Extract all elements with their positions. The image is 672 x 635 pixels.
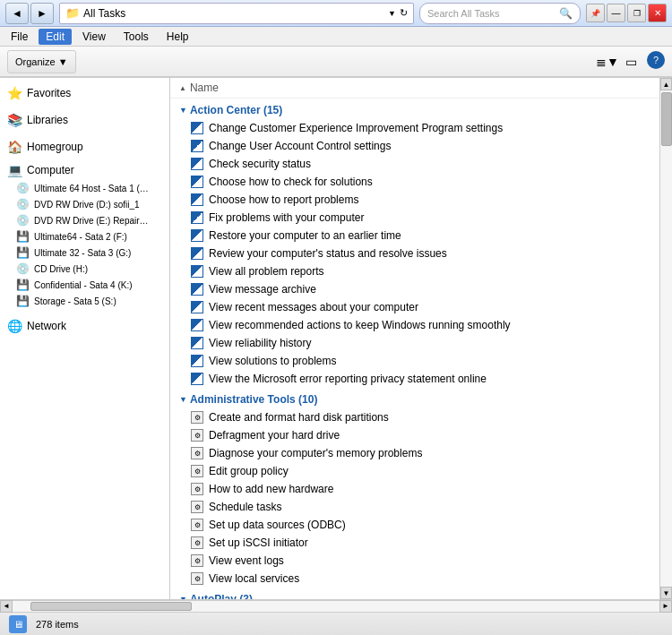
flag-icon <box>190 300 204 314</box>
scroll-up-button[interactable]: ▲ <box>660 78 672 90</box>
flag-icon <box>190 372 204 386</box>
drive-h-label: CD Drive (H:) <box>34 264 88 274</box>
menu-help[interactable]: Help <box>159 29 196 45</box>
flag-icon <box>190 139 204 153</box>
list-item[interactable]: ⚙ Set up iSCSI initiator <box>170 534 659 552</box>
sidebar-drive-e[interactable]: 💿 DVD RW Drive (E:) Repair disc W <box>0 212 169 228</box>
list-item[interactable]: Change User Account Control settings <box>170 137 659 155</box>
drive-f-icon: 💾 <box>16 230 30 243</box>
list-item[interactable]: View recent messages about your computer <box>170 298 659 316</box>
group-admin-tools[interactable]: Administrative Tools (10) <box>170 388 659 408</box>
sidebar-drive-s[interactable]: 💾 Storage - Sata 5 (S:) <box>0 293 169 309</box>
list-item[interactable]: Change Customer Experience Improvement P… <box>170 119 659 137</box>
forward-button[interactable]: ► <box>30 3 54 24</box>
minimize-button[interactable]: — <box>607 4 625 22</box>
address-text: All Tasks <box>83 7 125 20</box>
list-item[interactable]: Choose how to check for solutions <box>170 173 659 191</box>
close-button[interactable]: ✕ <box>648 4 667 22</box>
list-item[interactable]: ⚙ View event logs <box>170 552 659 570</box>
restore-button[interactable]: ❐ <box>627 4 646 22</box>
scroll-right-button[interactable]: ► <box>659 600 672 613</box>
h-scroll-track[interactable] <box>13 600 659 612</box>
sidebar-item-network[interactable]: 🌐 Network <box>0 316 169 336</box>
list-item[interactable]: ⚙ Schedule tasks <box>170 498 659 516</box>
drive-e-label: DVD RW Drive (E:) Repair disc W <box>34 216 151 226</box>
scroll-down-button[interactable]: ▼ <box>660 587 672 599</box>
sidebar-drive-h[interactable]: 💿 CD Drive (H:) <box>0 261 169 277</box>
list-item[interactable]: View message archive <box>170 280 659 298</box>
flag-icon <box>190 264 204 279</box>
drive-f-label: Ultimate64 - Sata 2 (F:) <box>34 232 127 242</box>
sidebar-drive-f[interactable]: 💾 Ultimate64 - Sata 2 (F:) <box>0 228 169 245</box>
organize-button[interactable]: Organize ▼ <box>7 50 76 73</box>
view-toggle-icon[interactable]: ≣▼ <box>597 51 618 73</box>
drive-h-icon: 💿 <box>16 262 30 275</box>
group-autoplay[interactable]: AutoPlay (3) <box>170 588 659 599</box>
sidebar-drive-d[interactable]: 💿 DVD RW Drive (D:) sofii_1 <box>0 196 169 212</box>
menu-tools[interactable]: Tools <box>116 29 156 45</box>
menu-view[interactable]: View <box>75 29 113 45</box>
list-item[interactable]: ⚙ View local services <box>170 570 659 588</box>
sidebar-item-favorites[interactable]: ⭐ Favorites <box>0 83 169 103</box>
computer-icon: 💻 <box>7 163 22 177</box>
homegroup-label: Homegroup <box>27 141 83 153</box>
sidebar-item-computer[interactable]: 💻 Computer <box>0 160 169 180</box>
window-controls: 📌 — ❐ ✕ <box>586 4 667 22</box>
search-bar[interactable]: Search All Tasks 🔍 <box>419 3 581 24</box>
libraries-icon: 📚 <box>7 113 22 127</box>
action-center-label: Action Center (15) <box>190 104 282 116</box>
scroll-up-btn[interactable]: ▲ <box>179 84 186 92</box>
favorites-icon: ⭐ <box>7 86 22 100</box>
toolbar: Organize ▼ ≣▼ ▭ ? <box>0 47 672 77</box>
list-item[interactable]: View recommended actions to keep Windows… <box>170 316 659 334</box>
list-item[interactable]: ⚙ Set up data sources (ODBC) <box>170 516 659 534</box>
scroll-thumb[interactable] <box>661 92 672 146</box>
drive-k-icon: 💾 <box>16 279 30 291</box>
list-item[interactable]: ⚙ Create and format hard disk partitions <box>170 408 659 426</box>
list-item[interactable]: Check security status <box>170 155 659 173</box>
list-item[interactable]: View all problem reports <box>170 262 659 280</box>
drive-s-label: Storage - Sata 5 (S:) <box>34 296 116 306</box>
sidebar-drive-c[interactable]: 💿 Ultimate 64 Host - Sata 1 (C:) <box>0 180 169 196</box>
list-item[interactable]: Restore your computer to an earlier time <box>170 227 659 245</box>
list-item[interactable]: ⚙ How to add new hardware <box>170 480 659 498</box>
scroll-track[interactable] <box>660 90 672 587</box>
drive-k-label: Confidential - Sata 4 (K:) <box>34 280 133 290</box>
horizontal-scrollbar[interactable]: ◄ ► <box>0 599 672 612</box>
list-item[interactable]: Fix problems with your computer <box>170 209 659 227</box>
preview-pane-icon[interactable]: ▭ <box>620 51 642 73</box>
help-icon[interactable]: ? <box>647 51 665 69</box>
list-item[interactable]: View solutions to problems <box>170 352 659 370</box>
admin-icon: ⚙ <box>190 571 204 586</box>
address-bar[interactable]: 📁 All Tasks ▼ ↻ <box>59 3 414 24</box>
vertical-scrollbar[interactable]: ▲ ▼ <box>659 78 672 599</box>
column-header: ▲ Name <box>170 78 659 99</box>
group-action-center[interactable]: Action Center (15) <box>170 99 659 119</box>
list-item[interactable]: ⚙ Diagnose your computer's memory proble… <box>170 444 659 462</box>
list-item[interactable]: ⚙ Defragment your hard drive <box>170 426 659 444</box>
sidebar-item-libraries[interactable]: 📚 Libraries <box>0 110 169 130</box>
list-item[interactable]: ⚙ Edit group policy <box>170 462 659 480</box>
sidebar-drive-g[interactable]: 💾 Ultimate 32 - Sata 3 (G:) <box>0 245 169 261</box>
list-item[interactable]: Choose how to report problems <box>170 191 659 209</box>
list-item[interactable]: View reliability history <box>170 334 659 352</box>
flag-icon <box>190 246 204 261</box>
content-area: ▲ Name Action Center (15) Change Custome… <box>170 78 659 599</box>
admin-icon: ⚙ <box>190 482 204 496</box>
list-item[interactable]: View the Microsoft error reporting priva… <box>170 370 659 388</box>
flag-icon <box>190 157 204 171</box>
scroll-left-button[interactable]: ◄ <box>0 600 13 613</box>
sidebar-item-homegroup[interactable]: 🏠 Homegroup <box>0 137 169 157</box>
autoplay-label: AutoPlay (3) <box>190 593 253 599</box>
drive-s-icon: 💾 <box>16 295 30 307</box>
menu-edit[interactable]: Edit <box>39 29 72 45</box>
admin-icon: ⚙ <box>190 410 204 425</box>
pin-button[interactable]: 📌 <box>586 4 605 22</box>
h-scroll-thumb[interactable] <box>30 602 192 611</box>
menu-file[interactable]: File <box>4 29 35 45</box>
favorites-label: Favorites <box>27 87 71 99</box>
list-item[interactable]: Review your computer's status and resolv… <box>170 245 659 262</box>
back-button[interactable]: ◄ <box>5 3 29 24</box>
flag-icon <box>190 354 204 368</box>
sidebar-drive-k[interactable]: 💾 Confidential - Sata 4 (K:) <box>0 277 169 293</box>
